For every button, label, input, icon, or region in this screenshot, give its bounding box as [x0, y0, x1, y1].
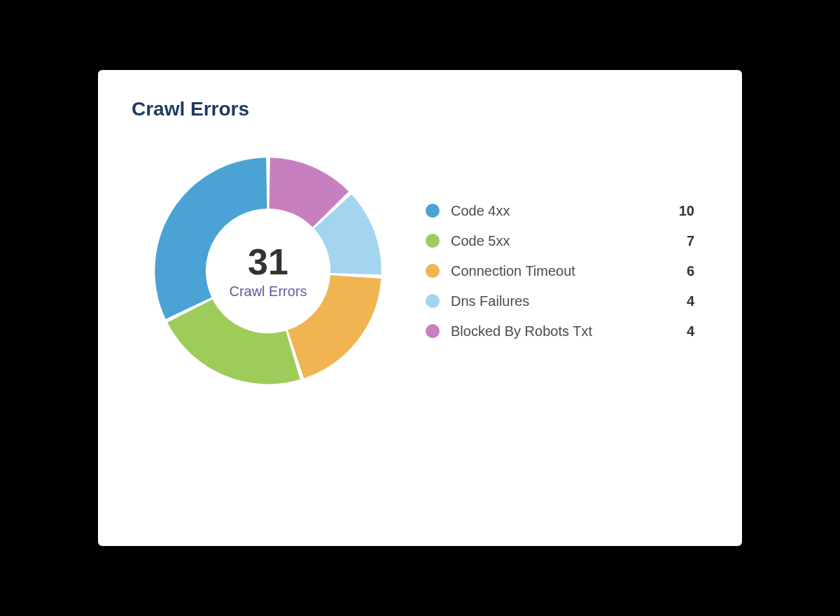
- card-title: Crawl Errors: [132, 98, 708, 120]
- legend-row-code-5xx: Code 5xx 7: [426, 233, 694, 249]
- donut-slice: [190, 311, 293, 358]
- legend-row-connection-timeout: Connection Timeout 6: [426, 263, 694, 279]
- legend-value: 10: [673, 203, 694, 219]
- swatch-icon: [426, 204, 440, 218]
- donut-chart: 31 Crawl Errors: [153, 155, 384, 386]
- legend-label: Code 5xx: [451, 233, 662, 249]
- crawl-errors-card: Crawl Errors 31 Crawl Errors Code 4xx 10…: [98, 70, 742, 546]
- donut-center: 31 Crawl Errors: [229, 242, 307, 300]
- donut-center-label: Crawl Errors: [229, 284, 307, 300]
- legend: Code 4xx 10 Code 5xx 7 Connection Timeou…: [426, 203, 708, 340]
- legend-label: Code 4xx: [451, 203, 662, 219]
- donut-slice: [270, 183, 330, 209]
- swatch-icon: [426, 324, 440, 338]
- swatch-icon: [426, 234, 440, 248]
- legend-label: Blocked By Robots Txt: [451, 323, 662, 340]
- legend-label: Dns Failures: [451, 293, 662, 309]
- legend-row-code-4xx: Code 4xx 10: [426, 203, 694, 219]
- legend-row-dns-failures: Dns Failures 4: [426, 293, 694, 309]
- swatch-icon: [426, 294, 440, 308]
- donut-total: 31: [229, 242, 307, 282]
- legend-value: 4: [673, 323, 694, 340]
- legend-row-blocked-by-robots: Blocked By Robots Txt 4: [426, 323, 694, 340]
- card-content: 31 Crawl Errors Code 4xx 10 Code 5xx 7 C…: [132, 155, 708, 386]
- swatch-icon: [426, 264, 440, 278]
- legend-value: 6: [673, 263, 694, 279]
- legend-label: Connection Timeout: [451, 263, 662, 279]
- legend-value: 7: [673, 233, 694, 249]
- legend-value: 4: [673, 293, 694, 309]
- donut-slice: [332, 211, 356, 274]
